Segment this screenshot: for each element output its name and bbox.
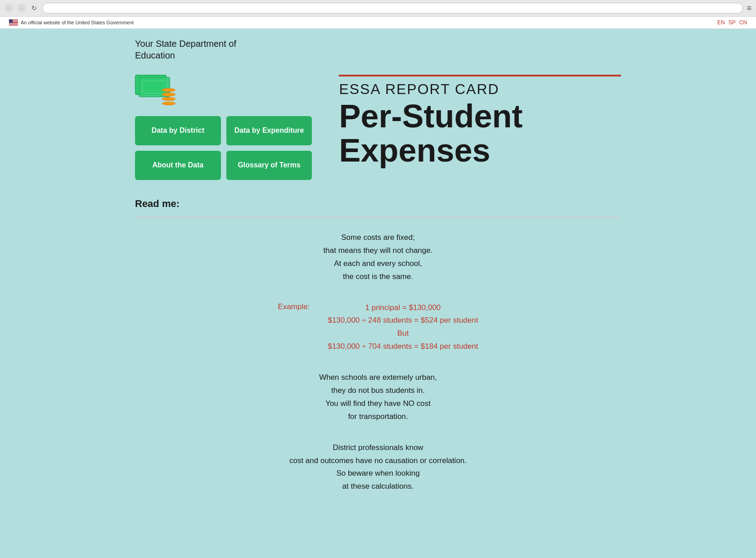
language-selector: EN SP CN bbox=[717, 19, 747, 26]
coin-1 bbox=[162, 88, 176, 92]
data-by-expenditure-button[interactable]: Data by Expenditure bbox=[226, 116, 312, 145]
address-bar[interactable] bbox=[42, 3, 743, 14]
essa-title-section: ESSA REPORT CARD Per-Student Expenses bbox=[330, 75, 621, 167]
example-label: Example: bbox=[278, 302, 310, 311]
official-notice: An official website of the United States… bbox=[9, 19, 134, 26]
coins-stack bbox=[162, 88, 176, 106]
example-row: Example: 1 principal = $130,000 $130,000… bbox=[135, 302, 621, 354]
fixed-costs-block: Some costs are fixed; that means they wi… bbox=[135, 231, 621, 284]
example-values: 1 principal = $130,000 $130,000 ÷ 248 st… bbox=[328, 302, 478, 354]
browser-menu-icon[interactable]: ≡ bbox=[747, 4, 752, 13]
essa-label: ESSA REPORT CARD bbox=[339, 81, 621, 98]
us-flag-icon bbox=[9, 19, 18, 26]
read-me-section: Read me: Some costs are fixed; that mean… bbox=[135, 198, 621, 493]
main-content: Your State Department of Education bbox=[0, 29, 756, 538]
glossary-of-terms-button[interactable]: Glossary of Terms bbox=[226, 151, 312, 180]
lang-cn[interactable]: CN bbox=[739, 19, 747, 26]
district-professionals-text: District professionals know cost and out… bbox=[135, 441, 621, 494]
fixed-costs-text: Some costs are fixed; that means they wi… bbox=[135, 231, 621, 284]
official-notice-text: An official website of the United States… bbox=[21, 20, 134, 25]
top-bar: An official website of the United States… bbox=[0, 17, 756, 29]
refresh-button[interactable]: ↻ bbox=[30, 4, 39, 13]
site-title-line2: Education bbox=[135, 50, 175, 60]
coin-2 bbox=[162, 93, 176, 96]
left-section: Data by District Data by Expenditure Abo… bbox=[135, 75, 312, 180]
coin-4 bbox=[162, 102, 176, 105]
district-professionals-block: District professionals know cost and out… bbox=[135, 441, 621, 494]
back-button[interactable]: ← bbox=[4, 4, 14, 13]
money-icon bbox=[135, 75, 176, 106]
coin-3 bbox=[162, 97, 176, 101]
site-title-line1: Your State Department of bbox=[135, 39, 236, 49]
section-divider bbox=[135, 217, 621, 218]
header-area: Data by District Data by Expenditure Abo… bbox=[135, 75, 621, 180]
lang-sp[interactable]: SP bbox=[729, 19, 736, 26]
urban-schools-text: When schools are extemely urban, they do… bbox=[135, 371, 621, 423]
page-title: Per-Student Expenses bbox=[339, 99, 621, 167]
about-the-data-button[interactable]: About the Data bbox=[135, 151, 221, 180]
nav-buttons-grid: Data by District Data by Expenditure Abo… bbox=[135, 116, 312, 180]
site-title: Your State Department of Education bbox=[135, 38, 621, 61]
browser-chrome: ← → ↻ ≡ bbox=[0, 0, 756, 17]
urban-schools-block: When schools are extemely urban, they do… bbox=[135, 371, 621, 423]
lang-en[interactable]: EN bbox=[717, 19, 725, 26]
data-by-district-button[interactable]: Data by District bbox=[135, 116, 221, 145]
forward-button[interactable]: → bbox=[17, 4, 26, 13]
red-accent-line bbox=[339, 75, 621, 76]
read-me-heading: Read me: bbox=[135, 198, 621, 210]
